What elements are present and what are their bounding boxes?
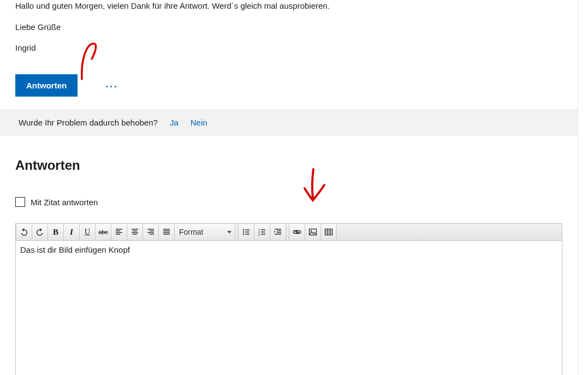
reply-button[interactable]: Antworten — [15, 74, 78, 97]
strikethrough-icon: abc — [98, 229, 108, 235]
feedback-bar: Wurde Ihr Problem dadurch behoben? Ja Ne… — [0, 109, 578, 136]
reply-heading: Antworten — [15, 158, 562, 173]
italic-icon: I — [70, 228, 73, 237]
editor-toolbar: B I U abc Format — [16, 224, 562, 241]
underline-icon: U — [85, 228, 90, 236]
unordered-list-button[interactable] — [239, 224, 254, 240]
post-signature-1: Liebe Grüße — [15, 22, 578, 33]
undo-icon — [20, 228, 28, 236]
align-left-icon — [115, 228, 123, 236]
svg-point-9 — [311, 230, 312, 232]
quote-checkbox-label: Mit Zitat antworten — [31, 198, 98, 207]
insert-table-button[interactable] — [321, 224, 337, 240]
ordered-list-button[interactable]: 123 — [254, 224, 270, 240]
svg-rect-10 — [325, 229, 332, 235]
align-right-icon — [146, 228, 155, 236]
image-icon — [308, 228, 317, 236]
post-signature-2: Ingrid — [15, 43, 578, 53]
quote-checkbox[interactable] — [15, 197, 25, 207]
align-center-button[interactable] — [127, 224, 143, 240]
more-actions-button[interactable] — [106, 86, 116, 87]
svg-rect-8 — [310, 229, 317, 235]
align-center-icon — [130, 228, 139, 236]
underline-button[interactable]: U — [80, 224, 96, 240]
svg-point-1 — [243, 231, 245, 233]
link-button[interactable] — [289, 224, 305, 240]
indent-icon — [274, 228, 282, 236]
redo-icon — [35, 228, 44, 236]
align-right-button[interactable] — [143, 224, 159, 240]
svg-text:3: 3 — [258, 233, 260, 236]
chevron-down-icon — [227, 231, 231, 234]
insert-image-button[interactable] — [305, 224, 321, 240]
undo-button[interactable] — [16, 224, 32, 240]
redo-button[interactable] — [32, 224, 48, 240]
post-line-1: Hallo und guten Morgen, vielen Dank für … — [15, 0, 578, 12]
align-left-button[interactable] — [111, 224, 127, 240]
post-content: Hallo und guten Morgen, vielen Dank für … — [15, 0, 578, 53]
format-dropdown-label: Format — [179, 228, 203, 236]
strikethrough-button[interactable]: abc — [96, 224, 111, 240]
bold-icon: B — [53, 228, 58, 237]
feedback-no-link[interactable]: Nein — [191, 118, 207, 127]
align-justify-button[interactable] — [159, 224, 175, 240]
align-justify-icon — [162, 228, 171, 236]
svg-point-2 — [243, 234, 245, 235]
ordered-list-icon: 123 — [258, 228, 266, 236]
format-dropdown[interactable]: Format — [175, 224, 235, 240]
unordered-list-icon — [242, 228, 251, 236]
link-icon — [293, 228, 301, 236]
rich-text-editor: B I U abc Format — [15, 223, 562, 375]
editor-textarea[interactable]: Das ist dir Bild einfügen Knopf — [16, 241, 562, 375]
indent-button[interactable] — [270, 224, 286, 240]
feedback-question: Wurde Ihr Problem dadurch behoben? — [19, 118, 158, 127]
svg-point-0 — [243, 229, 245, 231]
feedback-yes-link[interactable]: Ja — [170, 118, 179, 127]
italic-button[interactable]: I — [64, 224, 80, 240]
bold-button[interactable]: B — [48, 224, 64, 240]
table-icon — [324, 228, 333, 236]
